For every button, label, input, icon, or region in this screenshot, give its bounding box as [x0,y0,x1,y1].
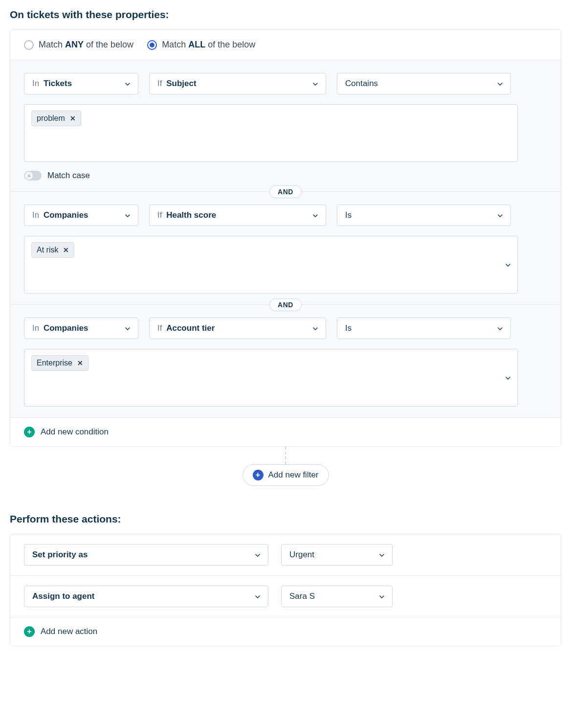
operator-select[interactable]: Is [337,205,511,226]
action-row: Assign to agentSara S [10,576,561,617]
actions-panel: Set priority asUrgentAssign to agentSara… [10,534,561,646]
chevron-down-icon [505,261,510,268]
add-action-label: Add new action [41,627,97,637]
chevron-down-icon [313,80,318,87]
value-chip: At risk✕ [31,242,74,258]
operator-select[interactable]: Is [337,318,511,339]
plus-icon: + [253,470,264,480]
chip-label: Enterprise [37,359,72,367]
chevron-down-icon [313,212,318,219]
action-type-select[interactable]: Assign to agent [24,586,268,607]
and-pill: AND [269,298,302,311]
chevron-down-icon [498,325,503,332]
chevron-down-icon [255,593,260,600]
condition-joiner: AND [10,191,561,192]
and-pill: AND [269,185,302,198]
chevron-down-icon [505,374,510,381]
scope-select[interactable]: In Tickets [24,73,138,94]
add-action-button[interactable]: + Add new action [10,617,561,646]
action-type-select[interactable]: Set priority as [24,544,268,566]
actions-title: Perform these actions: [10,513,561,525]
chevron-down-icon [125,212,130,219]
field-select[interactable]: If Health score [149,205,326,226]
action-row: Set priority asUrgent [10,534,561,576]
chevron-down-icon [498,212,503,219]
chip-label: problem [37,114,65,123]
radio-icon [24,40,34,50]
match-mode-row: Match ANY of the below Match ALL of the … [10,30,561,60]
conditions-panel: Match ANY of the below Match ALL of the … [10,29,561,447]
plus-icon: + [24,427,35,437]
field-select[interactable]: If Account tier [149,318,326,339]
add-condition-label: Add new condition [41,427,109,437]
condition-block: In CompaniesIf Account tierIsEnterprise✕ [10,305,561,417]
radio-icon [147,40,157,50]
plus-icon: + [24,626,35,637]
match-case-label: Match case [47,171,90,181]
match-any-label: Match ANY of the below [39,40,133,50]
match-all-radio[interactable]: Match ALL of the below [147,40,255,50]
value-chip: problem✕ [31,111,81,126]
chevron-down-icon [379,593,384,600]
match-any-radio[interactable]: Match ANY of the below [24,40,133,50]
add-condition-button[interactable]: + Add new condition [10,417,561,446]
match-case-toggle[interactable]: ✕ [24,171,42,181]
action-value-select[interactable]: Sara S [281,586,393,607]
value-chip: Enterprise✕ [31,355,88,371]
operator-select[interactable]: Contains [337,73,511,94]
condition-block: In TicketsIf SubjectContainsproblem✕✕Mat… [10,60,561,191]
scope-select[interactable]: In Companies [24,205,138,226]
chevron-down-icon [498,80,503,87]
chevron-down-icon [125,80,130,87]
action-value-select[interactable]: Urgent [281,544,393,566]
condition-joiner: AND [10,304,561,305]
chevron-down-icon [125,325,130,332]
conditions-title: On tickets with these properties: [10,9,561,21]
chevron-down-icon [379,551,384,558]
remove-chip-icon[interactable]: ✕ [77,359,83,367]
chevron-down-icon [313,325,318,332]
condition-block: In CompaniesIf Health scoreIsAt risk✕ [10,192,561,304]
close-icon: ✕ [25,172,33,180]
value-input[interactable]: At risk✕ [24,236,518,294]
remove-chip-icon[interactable]: ✕ [70,114,76,122]
remove-chip-icon[interactable]: ✕ [63,246,69,254]
chip-label: At risk [37,246,58,254]
value-input[interactable]: Enterprise✕ [24,349,518,407]
add-filter-label: Add new filter [268,470,319,480]
field-select[interactable]: If Subject [149,73,326,94]
value-input[interactable]: problem✕ [24,104,518,162]
scope-select[interactable]: In Companies [24,318,138,339]
connector-line [285,447,286,464]
match-all-label: Match ALL of the below [162,40,255,50]
chevron-down-icon [255,551,260,558]
add-filter-button[interactable]: + Add new filter [242,464,329,486]
